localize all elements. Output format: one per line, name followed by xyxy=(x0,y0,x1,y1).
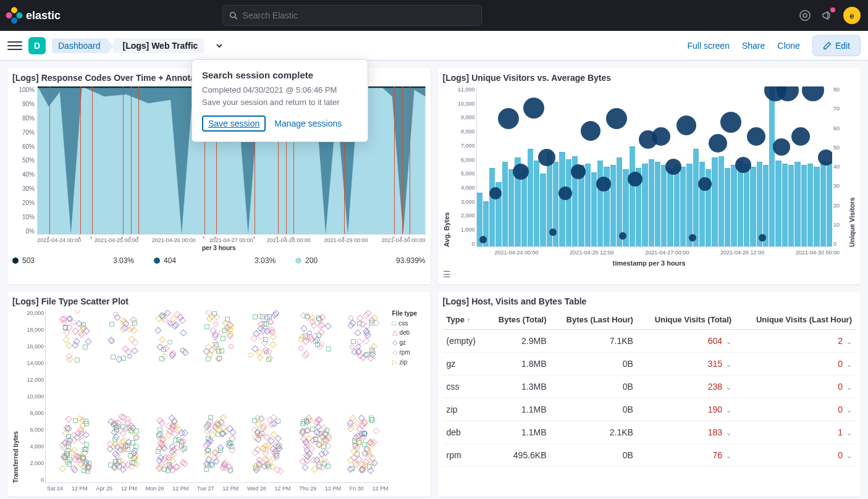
legend-item-css[interactable]: □css xyxy=(392,319,426,327)
help-icon[interactable] xyxy=(799,9,811,22)
page-header: D Dashboard [Logs] Web Traffic Search se… xyxy=(0,31,868,61)
legend-dot-404 xyxy=(154,258,160,264)
x-axis: Sat 2412 PMApr 2512 PMMon 2612 PMTue 271… xyxy=(47,485,389,492)
unique-visitors-chart[interactable]: Avg. Bytes 11,00010,0009,0008,0007,0006,… xyxy=(443,86,856,247)
col-visits-total[interactable]: Unique Visits (Total) xyxy=(637,310,735,330)
x-axis-label: timestamp per 3 hours xyxy=(443,259,856,267)
y-axis-left: 11,00010,0009,0008,0007,0006,0005,0004,0… xyxy=(450,86,476,247)
elastic-logo-icon xyxy=(4,6,23,25)
save-session-button[interactable]: Save session xyxy=(202,115,266,132)
panel-title: [Logs] Unique Visitors vs. Average Bytes xyxy=(443,73,856,83)
popover-completed: Completed 04/30/2021 @ 5:06:46 PM xyxy=(202,84,358,96)
data-table: Type↑ Bytes (Total) Bytes (Last Hour) Un… xyxy=(443,310,856,467)
legend: 503 3.03% 404 3.03% 200 93.939% xyxy=(12,256,426,265)
manage-sessions-link[interactable]: Manage sessions xyxy=(274,119,342,128)
global-header: elastic e xyxy=(0,0,868,31)
news-icon[interactable] xyxy=(821,9,833,22)
table-row[interactable]: rpm495.6KB0B76⌄0⌄ xyxy=(443,444,856,467)
app-badge[interactable]: D xyxy=(28,37,46,54)
table-row[interactable]: zip1.1MB0B190⌄0⌄ xyxy=(443,398,856,421)
legend-value: 93.939% xyxy=(396,256,425,265)
scatter-legend: File type □css△deb◇gz◇rpm▷zip xyxy=(389,310,426,483)
legend-item-gz[interactable]: ◇gz xyxy=(392,338,426,346)
y-axis: 100%90%80%70%60%50%40%30%20%10%0% xyxy=(12,86,37,235)
page-actions: Full screen Share Clone Edit xyxy=(687,35,861,56)
svg-point-2 xyxy=(800,10,810,20)
table-row[interactable]: (empty)2.9MB7.1KB604⌄2⌄ xyxy=(443,330,856,353)
table-row[interactable]: deb1.1MB2.1KB183⌄1⌄ xyxy=(443,421,856,444)
session-popover: Search session complete Completed 04/30/… xyxy=(192,59,368,142)
svg-line-1 xyxy=(235,17,237,19)
legend-label[interactable]: 200 xyxy=(305,256,318,265)
col-visits-hour[interactable]: Unique Visits (Last Hour) xyxy=(735,310,856,330)
y-axis-left-label: Avg. Bytes xyxy=(443,86,450,247)
panel-table: [Logs] Host, Visits and Bytes Table Type… xyxy=(438,291,861,497)
legend-item-deb[interactable]: △deb xyxy=(392,329,426,337)
breadcrumb-root[interactable]: Dashboard xyxy=(52,38,107,53)
share-button[interactable]: Share xyxy=(742,41,765,51)
col-bytes-hour[interactable]: Bytes (Last Hour) xyxy=(550,310,637,330)
popover-title: Search session complete xyxy=(202,70,358,80)
y-axis-right: 80706050403020100 xyxy=(832,86,848,247)
panel-unique-visitors: [Logs] Unique Visitors vs. Average Bytes… xyxy=(438,68,861,284)
legend-value: 3.03% xyxy=(255,256,276,265)
breadcrumb-current: [Logs] Web Traffic xyxy=(113,38,204,53)
legend-toggle-icon[interactable]: ☰ xyxy=(443,269,856,279)
legend-dot-200 xyxy=(295,258,301,264)
panel-title: [Logs] File Type Scatter Plot xyxy=(12,296,426,306)
col-bytes-total[interactable]: Bytes (Total) xyxy=(486,310,550,330)
nav-menu-icon[interactable] xyxy=(7,38,22,53)
table-row[interactable]: css1.3MB0B238⌄0⌄ xyxy=(443,375,856,398)
table-row[interactable]: gz1.8MB0B315⌄0⌄ xyxy=(443,353,856,375)
notification-badge xyxy=(830,7,835,12)
search-input[interactable] xyxy=(243,10,476,20)
chart-body xyxy=(476,86,833,247)
svg-point-0 xyxy=(230,12,235,17)
global-search[interactable] xyxy=(222,5,482,26)
legend-label[interactable]: 404 xyxy=(164,256,176,265)
legend-item-rpm[interactable]: ◇rpm xyxy=(392,348,426,356)
panel-title: [Logs] Host, Visits and Bytes Table xyxy=(443,296,856,306)
y-axis-label: Transferred bytes xyxy=(12,310,19,483)
user-avatar[interactable]: e xyxy=(843,7,861,24)
scatter-chart[interactable]: Transferred bytes 20,00018,00016,00014,0… xyxy=(12,310,426,483)
x-axis: 2021-04-24 00:002021-04-25 00:002021-04-… xyxy=(12,235,426,243)
elastic-logo[interactable]: elastic xyxy=(7,9,61,22)
legend-value: 3.03% xyxy=(113,256,134,265)
y-axis: 20,00018,00016,00014,00012,00010,0008,00… xyxy=(19,310,45,483)
edit-button[interactable]: Edit xyxy=(812,35,861,56)
x-axis: 2021-04-24 00:002021-04-25 12:002021-04-… xyxy=(495,250,840,256)
fullscreen-button[interactable]: Full screen xyxy=(687,41,729,51)
x-axis-label: per 3 hours xyxy=(12,245,426,251)
clone-button[interactable]: Clone xyxy=(777,41,800,51)
col-type[interactable]: Type↑ xyxy=(443,310,486,330)
chart-body xyxy=(45,310,389,483)
pencil-icon xyxy=(823,41,832,50)
chevron-down-icon[interactable] xyxy=(214,40,225,51)
search-icon xyxy=(229,11,237,20)
header-actions: e xyxy=(799,7,861,24)
popover-description: Save your session and return to it later xyxy=(202,96,358,109)
dashboard-grid: [Logs] Response Codes Over Time + Annota… xyxy=(0,61,868,499)
panel-scatter: [Logs] File Type Scatter Plot Transferre… xyxy=(7,291,431,497)
y-axis-right-label: Unique Visitors xyxy=(848,86,856,247)
legend-label[interactable]: 503 xyxy=(22,256,35,265)
brand-text: elastic xyxy=(26,9,61,22)
legend-dot-503 xyxy=(12,258,19,264)
svg-point-3 xyxy=(803,14,807,17)
sort-asc-icon: ↑ xyxy=(467,316,471,324)
legend-item-zip[interactable]: ▷zip xyxy=(392,358,426,366)
